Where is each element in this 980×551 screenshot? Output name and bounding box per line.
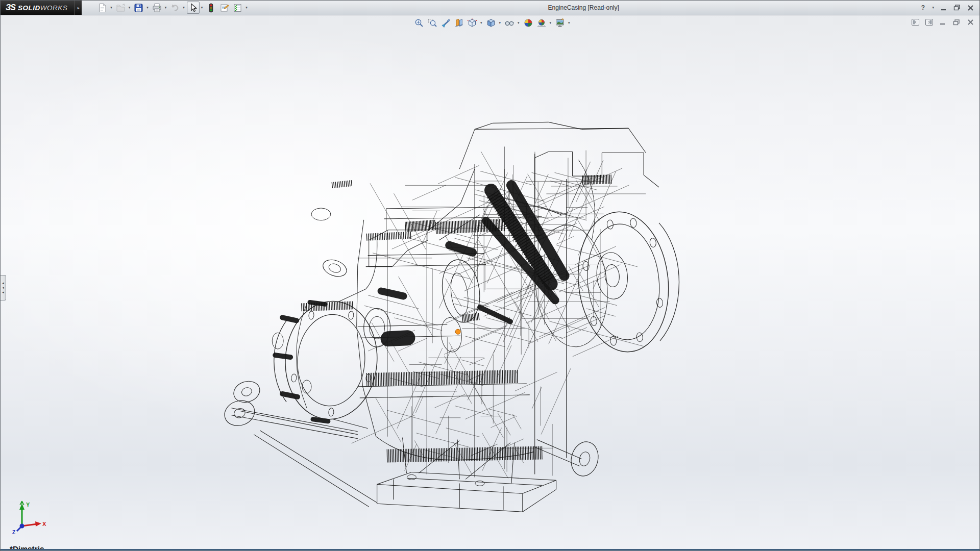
view-settings-button[interactable] xyxy=(554,17,566,29)
title-bar: ЗS SOLIDWORKS ▸ ▾▾▾▾▾▾▾ EngineCasing [Re… xyxy=(1,1,979,15)
print-button[interactable] xyxy=(151,2,163,14)
headsup-view-toolbar: ▾▾▾▾▾ xyxy=(413,17,572,29)
rebuild-button[interactable] xyxy=(205,2,217,14)
pane-left-icon xyxy=(912,19,919,26)
section-view-button[interactable] xyxy=(453,17,465,29)
pane-right-icon xyxy=(925,19,933,26)
display-style-icon xyxy=(486,18,496,28)
select-tool-button[interactable] xyxy=(187,2,200,14)
zoom-to-fit-button[interactable] xyxy=(413,17,425,29)
graphics-area[interactable]: ▾▾▾▾▾ ◂ ◂ ◂ Y X Z *Dimetric xyxy=(1,16,979,550)
display-style-dropdown-arrow[interactable]: ▾ xyxy=(498,21,503,25)
edit-appearance-button[interactable] xyxy=(522,17,534,29)
options-dropdown-arrow[interactable]: ▾ xyxy=(244,6,249,10)
doc-minimize-icon xyxy=(940,19,946,25)
quick-access-toolbar: ▾▾▾▾▾▾▾ xyxy=(96,1,249,15)
pane-right-button[interactable] xyxy=(924,18,934,27)
open-document-dropdown-arrow[interactable]: ▾ xyxy=(128,6,132,10)
help-dropdown-arrow[interactable]: ▾ xyxy=(931,6,936,10)
print-icon xyxy=(152,3,162,13)
restore-icon xyxy=(953,5,961,11)
document-title: EngineCasing [Read-only] xyxy=(249,4,918,11)
view-orientation-dropdown-arrow[interactable]: ▾ xyxy=(479,21,484,25)
view-orientation-button[interactable] xyxy=(466,17,478,29)
zoom-to-area-button[interactable] xyxy=(426,17,438,29)
undo-icon xyxy=(170,3,180,13)
file-properties-button[interactable] xyxy=(218,2,231,14)
save-icon xyxy=(134,3,143,13)
window-controls: ?▾ xyxy=(918,1,979,15)
new-document-icon xyxy=(97,3,107,13)
options-icon xyxy=(233,3,242,13)
print-dropdown-arrow[interactable]: ▾ xyxy=(164,6,168,10)
new-document-button[interactable] xyxy=(96,2,109,14)
select-tool-dropdown-arrow[interactable]: ▾ xyxy=(200,6,205,10)
doc-restore-icon xyxy=(953,19,960,26)
apply-scene-icon xyxy=(537,18,546,28)
window-bottom-border xyxy=(1,549,979,550)
minimize-icon xyxy=(941,5,947,11)
rebuild-icon xyxy=(206,3,216,13)
svg-text:Y: Y xyxy=(26,502,30,508)
view-orientation-icon xyxy=(468,18,477,28)
display-style-button[interactable] xyxy=(485,17,497,29)
doc-close-button[interactable] xyxy=(965,18,975,27)
new-document-dropdown-arrow[interactable]: ▾ xyxy=(109,6,114,10)
apply-scene-button[interactable] xyxy=(535,17,548,29)
orientation-triad: Y X Z xyxy=(11,500,46,537)
svg-text:Z: Z xyxy=(12,530,15,535)
zoom-to-fit-icon xyxy=(414,18,424,28)
undo-dropdown-arrow[interactable]: ▾ xyxy=(182,6,186,10)
menu-flyout-arrow[interactable]: ▸ xyxy=(75,1,82,15)
open-document-icon xyxy=(116,3,126,13)
svg-text:X: X xyxy=(42,521,46,527)
edit-appearance-icon xyxy=(524,18,533,28)
view-settings-icon xyxy=(555,18,565,28)
solidworks-logo[interactable]: ЗS SOLIDWORKS xyxy=(1,1,75,15)
model-wireframe-enginecasing[interactable] xyxy=(1,16,979,550)
save-button[interactable] xyxy=(132,2,145,14)
view-settings-dropdown-arrow[interactable]: ▾ xyxy=(567,21,572,25)
chevron-left-icon: ◂ xyxy=(2,282,4,285)
file-properties-icon xyxy=(219,3,229,13)
select-tool-icon xyxy=(188,3,198,13)
dassault-logo-icon: ЗS xyxy=(6,3,15,12)
restore-button[interactable] xyxy=(952,3,962,12)
hide-show-items-icon xyxy=(505,18,514,28)
document-window-controls xyxy=(910,18,975,27)
hide-show-items-dropdown-arrow[interactable]: ▾ xyxy=(517,21,521,25)
apply-scene-dropdown-arrow[interactable]: ▾ xyxy=(549,21,553,25)
logo-text-solid: SOLID xyxy=(18,4,40,12)
logo-text-works: WORKS xyxy=(40,4,68,12)
doc-minimize-button[interactable] xyxy=(938,18,948,27)
previous-view-icon xyxy=(441,18,450,28)
close-icon xyxy=(967,5,974,11)
solidworks-window: ЗS SOLIDWORKS ▸ ▾▾▾▾▾▾▾ EngineCasing [Re… xyxy=(0,0,980,551)
hide-show-items-button[interactable] xyxy=(503,17,516,29)
help-button[interactable]: ? xyxy=(918,3,928,12)
doc-restore-button[interactable] xyxy=(951,18,962,27)
previous-view-button[interactable] xyxy=(439,17,452,29)
zoom-to-area-icon xyxy=(428,18,437,28)
chevron-left-icon: ◂ xyxy=(2,291,4,294)
minimize-button[interactable] xyxy=(939,3,949,12)
section-view-icon xyxy=(454,18,463,28)
pane-left-button[interactable] xyxy=(910,18,920,27)
undo-button xyxy=(168,2,181,14)
doc-close-icon xyxy=(967,19,974,25)
options-button[interactable] xyxy=(231,2,244,14)
featuremanager-collapsed-tab[interactable]: ◂ ◂ ◂ xyxy=(1,275,6,300)
close-button[interactable] xyxy=(965,3,975,12)
chevron-left-icon: ◂ xyxy=(2,286,4,289)
open-document-button xyxy=(114,2,127,14)
save-dropdown-arrow[interactable]: ▾ xyxy=(145,6,150,10)
